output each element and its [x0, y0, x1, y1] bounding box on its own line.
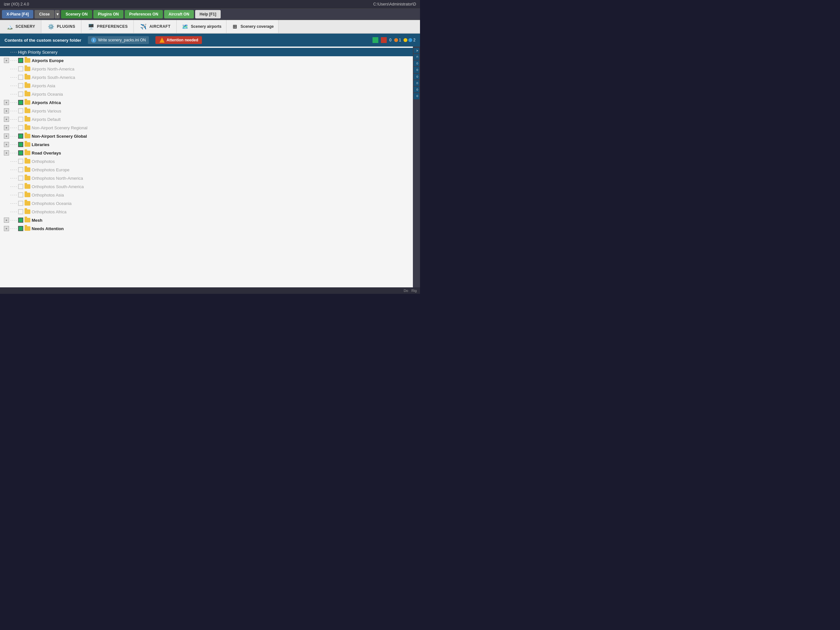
checkbox-orthophotos-north-america[interactable]: [18, 176, 23, 181]
scenery-on-button[interactable]: Scenery ON: [61, 10, 92, 18]
checkbox-orthophotos-oceania[interactable]: [18, 201, 23, 206]
tree-item-orthophotos-south-america[interactable]: Orthophotos South-America: [0, 182, 413, 191]
expand-btn-mesh[interactable]: +: [4, 218, 9, 223]
status-red-square[interactable]: [381, 37, 387, 43]
tree-item-road-overlays[interactable]: +Road Overlays: [0, 149, 413, 157]
help-button[interactable]: Help [F1]: [195, 10, 221, 18]
side-label-o2[interactable]: O: [414, 67, 419, 73]
bottom-bar: Do Rig: [0, 287, 420, 294]
plugins-on-button[interactable]: Plugins ON: [93, 10, 123, 18]
checkbox-orthophotos-africa[interactable]: [18, 209, 23, 214]
tree-item-airports-asia[interactable]: Airports Asia: [0, 81, 413, 90]
tree-item-airports-europe[interactable]: +Airports Europe: [0, 56, 413, 65]
checkbox-non-airport-global[interactable]: [18, 133, 23, 139]
folder-icon-libraries: [25, 142, 30, 147]
xplane-button[interactable]: X-Plane [F4]: [2, 10, 33, 18]
checkbox-airports-various[interactable]: [18, 108, 23, 114]
tab-plugins[interactable]: ⚙️ PLUGINS: [41, 20, 81, 33]
tree-item-orthophotos-europe[interactable]: Orthophotos Europe: [0, 166, 413, 174]
tree-item-libraries[interactable]: +Libraries: [0, 140, 413, 149]
close-button[interactable]: Close: [35, 10, 54, 18]
attention-label: Attention needed: [166, 38, 198, 42]
checkbox-airports-south-america[interactable]: [18, 75, 23, 80]
tab-plugins-label: PLUGINS: [57, 24, 75, 29]
tab-airports[interactable]: 🗺️ Scenery airports: [177, 20, 226, 33]
separator-mesh: [10, 220, 17, 220]
side-label-o4[interactable]: O: [414, 80, 419, 86]
tree-item-needs-attention[interactable]: +Needs Attention: [0, 224, 413, 233]
close-dropdown-arrow[interactable]: ▾: [55, 10, 60, 18]
separator-high-priority: [10, 52, 17, 52]
side-label-o1[interactable]: O: [414, 60, 419, 66]
checkbox-libraries[interactable]: [18, 142, 23, 147]
expand-btn-airports-africa[interactable]: +: [4, 100, 9, 105]
dot-orange: [394, 38, 398, 42]
tree-item-orthophotos-africa[interactable]: Orthophotos Africa: [0, 207, 413, 216]
tree-item-non-airport-global[interactable]: +Non-Airport Scenery Global: [0, 132, 413, 140]
expand-btn-airports-default[interactable]: +: [4, 117, 9, 122]
checkbox-mesh[interactable]: [18, 218, 23, 223]
app-title: izer (XO) 2.4.0: [4, 2, 29, 6]
folder-icon-orthophotos-north-america: [25, 176, 30, 180]
tree-item-airports-various[interactable]: +Airports Various: [0, 107, 413, 115]
side-label-o3[interactable]: O: [414, 74, 419, 79]
status-green-square[interactable]: [373, 37, 378, 43]
item-label-airports-oceania: Airports Oceania: [32, 92, 63, 97]
tree-item-orthophotos-north-america[interactable]: Orthophotos North-America: [0, 174, 413, 182]
folder-icon-road-overlays: [25, 150, 30, 155]
attention-badge[interactable]: Attention needed: [155, 36, 202, 44]
side-label-a[interactable]: A: [414, 48, 419, 53]
item-label-airports-europe: Airports Europe: [32, 58, 64, 63]
item-label-airports-africa: Airports Africa: [32, 100, 61, 105]
tab-aircraft[interactable]: ✈️ AIRCRAFT: [134, 20, 177, 33]
side-label-c[interactable]: C: [414, 54, 419, 60]
expand-btn-road-overlays[interactable]: +: [4, 150, 9, 155]
folder-icon-orthophotos-asia: [25, 193, 30, 197]
tree-item-orthophotos-oceania[interactable]: Orthophotos Oceania: [0, 199, 413, 207]
separator-road-overlays: [10, 153, 17, 153]
expand-btn-needs-attention[interactable]: +: [4, 226, 9, 231]
tab-coverage[interactable]: ⊞ Scenery coverage: [226, 20, 279, 33]
tree-item-airports-default[interactable]: +Airports Default: [0, 115, 413, 123]
checkbox-airports-default[interactable]: [18, 117, 23, 122]
expand-btn-non-airport-global[interactable]: +: [4, 133, 9, 139]
tree-item-high-priority[interactable]: High Priority Scenery: [0, 48, 413, 56]
aircraft-on-button[interactable]: Aircraft ON: [164, 10, 194, 18]
checkbox-airports-north-america[interactable]: [18, 66, 23, 71]
checkbox-airports-oceania[interactable]: [18, 92, 23, 97]
item-label-airports-default: Airports Default: [32, 117, 61, 122]
checkbox-orthophotos-asia[interactable]: [18, 192, 23, 198]
expand-btn-airports-various[interactable]: +: [4, 108, 9, 114]
checkbox-airports-europe[interactable]: [18, 58, 23, 63]
side-label-o5[interactable]: O: [414, 87, 419, 92]
tree-item-airports-south-america[interactable]: Airports South-America: [0, 73, 413, 81]
checkbox-orthophotos-south-america[interactable]: [18, 184, 23, 189]
expand-btn-non-airport-regional[interactable]: +: [4, 125, 9, 130]
tree-item-mesh[interactable]: +Mesh: [0, 216, 413, 224]
scenery-icon: 🏔️: [6, 23, 14, 30]
preferences-on-button[interactable]: Preferences ON: [125, 10, 163, 18]
expand-btn-libraries[interactable]: +: [4, 142, 9, 147]
side-label-o6[interactable]: O: [414, 93, 419, 99]
checkbox-airports-asia[interactable]: [18, 83, 23, 88]
expand-btn-airports-europe[interactable]: +: [4, 58, 9, 63]
tree-item-airports-oceania[interactable]: Airports Oceania: [0, 90, 413, 98]
tree-item-airports-africa[interactable]: +Airports Africa: [0, 98, 413, 107]
tree-item-orthophotos[interactable]: Orthophotos: [0, 157, 413, 166]
checkbox-airports-africa[interactable]: [18, 100, 23, 105]
item-label-airports-asia: Airports Asia: [32, 83, 55, 88]
item-label-airports-various: Airports Various: [32, 109, 62, 114]
checkbox-non-airport-regional[interactable]: [18, 125, 23, 130]
tab-preferences[interactable]: 🖥️ PREFERENCES: [81, 20, 134, 33]
checkbox-road-overlays[interactable]: [18, 150, 23, 155]
checkbox-orthophotos-europe[interactable]: [18, 167, 23, 172]
folder-icon-needs-attention: [25, 226, 30, 231]
checkbox-needs-attention[interactable]: [18, 226, 23, 231]
tree-item-airports-north-america[interactable]: Airports North-America: [0, 65, 413, 73]
tab-scenery[interactable]: 🏔️ SCENERY: [0, 20, 41, 33]
tree-item-orthophotos-asia[interactable]: Orthophotos Asia: [0, 191, 413, 199]
folder-icon-airports-oceania: [25, 92, 30, 97]
tree-item-non-airport-regional[interactable]: +Non-Airport Scenery Regional: [0, 123, 413, 132]
checkbox-orthophotos[interactable]: [18, 159, 23, 164]
dot-yellow: [404, 38, 407, 42]
